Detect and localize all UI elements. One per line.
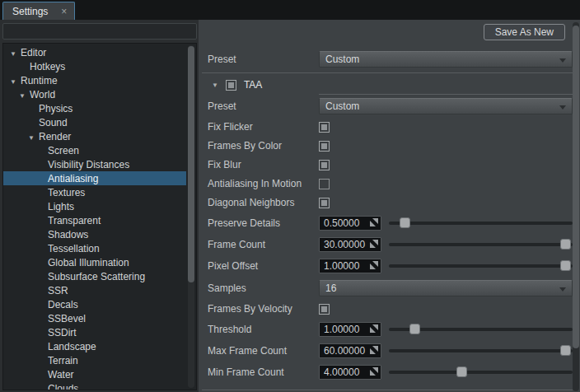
- tree-item-landscape[interactable]: Landscape: [3, 339, 186, 353]
- triangle-down-icon[interactable]: ▼: [19, 92, 26, 100]
- global-preset-dropdown[interactable]: Custom: [319, 51, 573, 68]
- max-frame-count-slider[interactable]: [389, 343, 573, 358]
- pixel-offset-slider-handle[interactable]: [560, 260, 571, 271]
- threshold-label: Threshold: [208, 324, 319, 335]
- tree-item-clouds[interactable]: Clouds: [3, 381, 186, 390]
- triangle-down-icon[interactable]: ▼: [28, 134, 35, 142]
- search-input[interactable]: [2, 23, 197, 40]
- fix-flicker-checkbox[interactable]: [319, 122, 330, 133]
- samples-label: Samples: [208, 282, 319, 294]
- tree-item-subsurface-scattering[interactable]: Subsurface Scattering: [3, 269, 186, 283]
- preset-dropdown[interactable]: Custom: [319, 98, 573, 114]
- drag-spinner-icon[interactable]: [370, 367, 378, 376]
- tree-item-runtime[interactable]: ▼Runtime: [3, 73, 186, 87]
- row-pixel-offset: Pixel Offset1.00000: [199, 259, 573, 273]
- tree-item-label: Decals: [48, 299, 78, 310]
- pixel-offset-value: 1.00000: [324, 260, 368, 272]
- dropdown-arrow-icon: [559, 287, 566, 292]
- pixel-offset-spinbox[interactable]: 1.00000: [319, 259, 381, 273]
- triangle-down-icon[interactable]: ▼: [212, 82, 218, 89]
- max-frame-count-spinbox[interactable]: 60.00000: [319, 343, 381, 358]
- tree-item-label: Clouds: [48, 383, 78, 391]
- tree-item-ssbevel[interactable]: SSBevel: [3, 311, 186, 325]
- row-diagonal-neighbors: Diagonal Neighbors: [199, 197, 573, 208]
- fix-blur-checkbox[interactable]: [319, 160, 330, 170]
- max-frame-count-slider-handle[interactable]: [560, 345, 571, 356]
- frame-count-spinbox[interactable]: 30.00000: [319, 237, 381, 252]
- threshold-slider[interactable]: [389, 322, 573, 337]
- tree-item-physics[interactable]: Physics: [3, 101, 186, 115]
- tree-item-global-illumination[interactable]: Global Illumination: [3, 255, 186, 269]
- tree-scrollbar-thumb[interactable]: [188, 46, 194, 282]
- drag-spinner-icon[interactable]: [370, 261, 378, 269]
- min-frame-count-slider-track[interactable]: [389, 371, 573, 374]
- antialiasing-in-motion-checkbox[interactable]: [319, 179, 330, 189]
- taa-section-header[interactable]: ▼ TAA: [199, 76, 580, 94]
- tree-item-decals[interactable]: Decals: [3, 297, 186, 311]
- tree-item-label: Tessellation: [48, 243, 100, 254]
- drag-spinner-icon[interactable]: [370, 218, 378, 226]
- min-frame-count-slider-handle[interactable]: [456, 366, 467, 377]
- samples-value: 16: [325, 282, 336, 294]
- threshold-spinbox[interactable]: 1.00000: [319, 322, 381, 337]
- diagonal-neighbors-checkbox[interactable]: [319, 198, 330, 208]
- taa-section-title: TAA: [244, 79, 262, 91]
- tree-item-tessellation[interactable]: Tessellation: [3, 241, 186, 255]
- preserve-details-spinbox[interactable]: 0.50000: [319, 216, 381, 231]
- panel-scrollbar[interactable]: [573, 22, 579, 391]
- diagonal-neighbors-label: Diagonal Neighbors: [208, 197, 319, 208]
- tree-item-textures[interactable]: Textures: [3, 185, 186, 199]
- tree-item-hotkeys[interactable]: Hotkeys: [3, 59, 186, 73]
- preserve-details-slider-handle[interactable]: [400, 217, 410, 228]
- tree-item-lights[interactable]: Lights: [3, 199, 186, 213]
- tree-item-shadows[interactable]: Shadows: [3, 227, 186, 241]
- preserve-details-slider[interactable]: [389, 216, 573, 231]
- samples-dropdown[interactable]: 16: [319, 280, 573, 296]
- tree-item-label: SSR: [48, 285, 68, 296]
- tree-item-label: Hotkeys: [30, 61, 65, 72]
- tree-item-transparent[interactable]: Transparent: [3, 213, 186, 227]
- panel-scrollbar-thumb[interactable]: [573, 26, 579, 348]
- tree-item-ssr[interactable]: SSR: [3, 283, 186, 297]
- antialiasing-in-motion-label: Antialiasing In Motion: [208, 178, 319, 189]
- dropdown-arrow-icon: [559, 58, 566, 63]
- tree-item-render[interactable]: ▼Render: [3, 129, 186, 143]
- tree-item-sound[interactable]: Sound: [3, 115, 186, 129]
- tab-bar: Settings ×: [0, 0, 580, 20]
- tree-item-label: World: [30, 89, 55, 100]
- min-frame-count-spinbox[interactable]: 4.00000: [319, 365, 381, 380]
- tree-item-antialiasing[interactable]: Antialiasing: [3, 171, 186, 185]
- frames-by-velocity-checkbox[interactable]: [319, 304, 330, 315]
- triangle-down-icon[interactable]: ▼: [10, 78, 16, 86]
- tree-item-water[interactable]: Water: [3, 367, 186, 381]
- tab-settings[interactable]: Settings ×: [2, 2, 75, 20]
- pixel-offset-slider-track[interactable]: [389, 264, 573, 268]
- tree-item-ssdirt[interactable]: SSDirt: [3, 325, 186, 339]
- max-frame-count-value: 60.00000: [324, 345, 368, 357]
- section-separator-bottom: [202, 390, 573, 390]
- drag-spinner-icon[interactable]: [370, 240, 378, 248]
- tree-item-visibility-distances[interactable]: Visibility Distances: [3, 157, 186, 171]
- frames-by-color-checkbox[interactable]: [319, 141, 330, 152]
- sidebar: ▼EditorHotkeys▼Runtime▼WorldPhysicsSound…: [0, 20, 199, 392]
- save-as-new-button[interactable]: Save As New: [484, 24, 565, 40]
- min-frame-count-slider[interactable]: [389, 365, 573, 380]
- frame-count-slider-handle[interactable]: [560, 239, 571, 250]
- frame-count-slider[interactable]: [389, 237, 573, 252]
- drag-spinner-icon[interactable]: [370, 324, 378, 333]
- taa-section-checkbox[interactable]: [226, 80, 236, 91]
- tree-scrollbar[interactable]: [188, 45, 194, 388]
- frame-count-slider-track[interactable]: [389, 243, 573, 246]
- tree-item-world[interactable]: ▼World: [3, 87, 186, 101]
- tree-item-screen[interactable]: Screen: [3, 143, 186, 157]
- preserve-details-slider-track[interactable]: [389, 222, 573, 225]
- frame-count-value: 30.00000: [324, 239, 368, 250]
- max-frame-count-slider-track[interactable]: [389, 349, 573, 352]
- triangle-down-icon[interactable]: ▼: [10, 50, 16, 58]
- close-icon[interactable]: ×: [61, 7, 67, 16]
- drag-spinner-icon[interactable]: [370, 346, 378, 354]
- pixel-offset-slider[interactable]: [389, 259, 573, 273]
- tree-item-editor[interactable]: ▼Editor: [3, 45, 186, 59]
- tree-item-terrain[interactable]: Terrain: [3, 353, 186, 367]
- threshold-slider-handle[interactable]: [409, 324, 420, 334]
